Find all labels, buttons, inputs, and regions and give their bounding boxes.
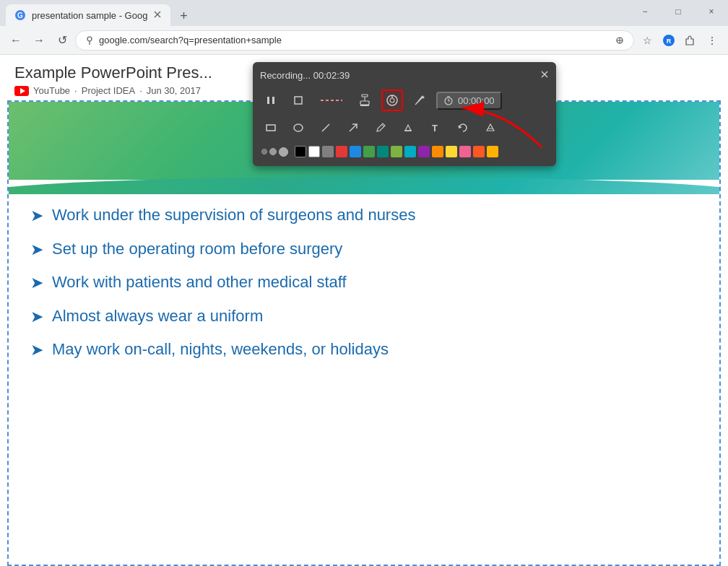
bullet-arrow-5: ➤ — [30, 341, 43, 360]
color-orange[interactable] — [432, 146, 443, 157]
content-area: Example PowerPoint Pres... YouTube · Pro… — [0, 55, 728, 566]
svg-point-23 — [390, 98, 394, 103]
color-gray[interactable] — [322, 146, 334, 157]
stamp-tool-button[interactable] — [354, 90, 376, 111]
color-deeporange[interactable] — [473, 146, 485, 157]
arrow-tool[interactable] — [342, 117, 364, 139]
window-controls: − □ × — [628, 0, 728, 23]
svg-point-4 — [87, 37, 92, 41]
bullet-text-2: Set up the operating room before surgery — [52, 239, 342, 260]
meta-source: YouTube — [33, 85, 70, 96]
annotate-button[interactable] — [409, 90, 430, 111]
color-lightgreen[interactable] — [391, 146, 402, 157]
bullet-item-1: ➤ Work under the supervision of surgeons… — [30, 205, 698, 226]
svg-marker-38 — [487, 124, 494, 131]
pencil-tool[interactable] — [370, 117, 391, 139]
svg-text:G: G — [17, 12, 23, 19]
svg-text:R: R — [667, 38, 672, 45]
bookmark-button[interactable]: ☆ — [637, 30, 657, 51]
svg-rect-18 — [362, 95, 368, 97]
meta-project: Project IDEA — [82, 85, 135, 96]
clear-button[interactable] — [480, 117, 501, 139]
extensions-button[interactable] — [680, 30, 701, 51]
color-teal[interactable] — [377, 146, 389, 157]
toolbar-close-button[interactable] — [540, 69, 549, 81]
color-cyan[interactable] — [404, 146, 416, 157]
bullet-text-4: Almost always wear a uniform — [52, 306, 263, 327]
bullet-text-1: Work under the supervision of surgeons a… — [52, 205, 415, 226]
svg-text:T: T — [432, 123, 438, 134]
bullet-item-4: ➤ Almost always wear a uniform — [30, 306, 698, 327]
bullet-item-5: ➤ May work on-call, nights, weekends, or… — [30, 339, 698, 360]
webcam-button[interactable] — [381, 90, 403, 111]
dash-separator — [315, 95, 348, 105]
slide-container: DESCRIPTION ➤ Work under the supervision… — [7, 100, 721, 566]
forward-button[interactable]: → — [29, 30, 49, 51]
nav-icons: ☆ R ⋮ — [637, 30, 722, 51]
more-button[interactable]: ⋮ — [702, 30, 722, 51]
bullet-item-3: ➤ Work with patients and other medical s… — [30, 272, 698, 293]
tab-title: presentation sample - Goog — [32, 10, 147, 21]
bullet-text-5: May work on-call, nights, weekends, or h… — [52, 339, 389, 360]
size-medium[interactable] — [269, 148, 277, 155]
svg-point-24 — [391, 97, 393, 98]
color-red[interactable] — [336, 146, 347, 157]
browser-frame: − □ × G presentation sample - Goog + ← →… — [0, 0, 728, 566]
address-text: google.com/search?q=presentation+sample — [99, 35, 612, 45]
color-white[interactable] — [308, 146, 320, 157]
bullet-arrow-1: ➤ — [30, 206, 43, 225]
toolbar-row1: 00:00:00 — [260, 90, 549, 111]
size-selector — [261, 147, 288, 157]
close-button[interactable]: × — [695, 0, 728, 23]
back-button[interactable]: ← — [6, 30, 26, 51]
tab-favicon: G — [14, 9, 26, 21]
new-tab-button[interactable]: + — [173, 6, 194, 26]
slide: DESCRIPTION ➤ Work under the supervision… — [9, 102, 719, 565]
svg-line-32 — [322, 124, 329, 131]
address-bar[interactable]: google.com/search?q=presentation+sample — [75, 30, 634, 51]
bullet-arrow-4: ➤ — [30, 308, 43, 326]
minimize-button[interactable]: − — [628, 0, 662, 23]
rectangle-tool[interactable] — [260, 117, 282, 139]
svg-rect-20 — [360, 101, 369, 105]
bullet-arrow-3: ➤ — [30, 274, 43, 292]
color-yellow[interactable] — [446, 146, 457, 157]
line-tool[interactable] — [315, 117, 337, 139]
svg-line-34 — [381, 124, 384, 126]
color-row — [260, 144, 549, 159]
recording-toolbar: Recording... 00:02:39 — [253, 62, 556, 166]
text-tool[interactable]: T — [425, 117, 446, 139]
meta-date: Jun 30, 2017 — [147, 85, 201, 96]
color-pink[interactable] — [459, 146, 471, 157]
tab-bar: G presentation sample - Goog + — [0, 0, 728, 26]
bullet-arrow-2: ➤ — [30, 240, 43, 259]
active-tab[interactable]: G presentation sample - Goog — [6, 4, 170, 26]
meta-separator: · — [74, 85, 77, 96]
color-black[interactable] — [295, 146, 306, 157]
size-small[interactable] — [261, 149, 267, 154]
stop-button[interactable] — [287, 90, 309, 111]
pause-button[interactable] — [260, 90, 282, 111]
maximize-button[interactable]: □ — [662, 0, 695, 23]
highlighter-tool[interactable] — [397, 117, 419, 139]
profile-button[interactable]: R — [659, 30, 679, 51]
bullet-text-3: Work with patients and other medical sta… — [52, 272, 347, 293]
size-large[interactable] — [279, 147, 288, 157]
timer-text: 00:00:00 — [458, 95, 495, 106]
color-purple[interactable] — [418, 146, 430, 157]
reload-button[interactable]: ↺ — [52, 30, 72, 51]
meta-separator2: · — [139, 85, 142, 96]
timer-display[interactable]: 00:00:00 — [436, 92, 502, 110]
color-amber[interactable] — [487, 146, 498, 157]
undo-button[interactable] — [452, 117, 474, 139]
color-green[interactable] — [363, 146, 375, 157]
nav-bar: ← → ↺ google.com/search?q=presentation+s… — [0, 26, 728, 55]
toolbar-recording-title: Recording... 00:02:39 — [260, 70, 350, 81]
ellipse-tool[interactable] — [287, 117, 309, 139]
svg-rect-15 — [272, 97, 274, 104]
color-blue[interactable] — [350, 146, 361, 157]
svg-rect-16 — [295, 97, 302, 104]
toolbar-row2: T — [260, 117, 549, 139]
svg-point-31 — [294, 124, 303, 131]
tab-close-button[interactable] — [153, 10, 162, 21]
